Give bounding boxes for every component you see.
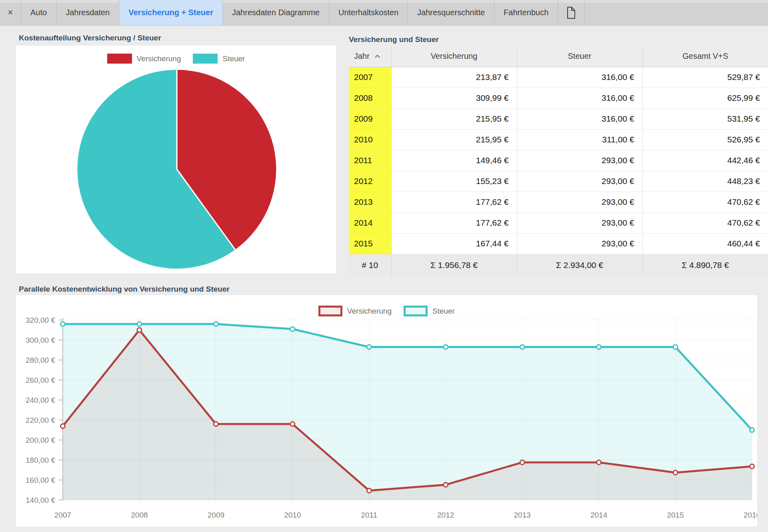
value-cell-steuer[interactable]: 293,00 € [517, 171, 642, 192]
x-axis-label: 2014 [590, 511, 608, 519]
year-cell[interactable]: 2007 [349, 67, 391, 88]
x-axis-label: 2008 [131, 511, 148, 519]
data-table-container: Jahr Versicherung Steuer Gesamt V+S 2007… [349, 46, 768, 276]
tab-strip: AutoJahresdatenVersicherung + SteuerJahr… [21, 0, 558, 25]
value-cell-gesamt[interactable]: 470,62 € [642, 192, 768, 212]
value-cell-versicherung[interactable]: 167,44 € [391, 233, 517, 254]
value-cell-gesamt[interactable]: 442,46 € [642, 150, 768, 171]
value-cell-steuer[interactable]: 316,00 € [517, 88, 642, 108]
tab-auto[interactable]: Auto [21, 0, 56, 25]
data-point-steuer [673, 345, 678, 349]
x-axis-label: 2015 [667, 511, 684, 519]
year-cell[interactable]: 2013 [349, 192, 391, 212]
data-point-versicherung [597, 460, 601, 464]
versicherung-swatch [107, 54, 132, 64]
year-cell[interactable]: 2009 [349, 108, 391, 129]
y-axis-label: 200,00 € [26, 436, 55, 444]
value-cell-gesamt[interactable]: 470,62 € [642, 212, 768, 233]
data-point-versicherung [137, 328, 142, 332]
tab-jahresdaten[interactable]: Jahresdaten [56, 0, 119, 25]
line-legend: Versicherung Steuer [16, 306, 757, 316]
tab-jahresdaten-diagramme[interactable]: Jahresdaten Diagramme [223, 0, 329, 25]
tab-unterhaltskosten[interactable]: Unterhaltskosten [329, 0, 408, 25]
column-header-jahr[interactable]: Jahr [349, 46, 391, 67]
column-header-steuer[interactable]: Steuer [517, 46, 642, 67]
new-sheet-tab-button[interactable] [558, 0, 585, 25]
year-cell[interactable]: 2015 [349, 233, 391, 254]
table-row-2008: 2008309,99 €316,00 €625,99 € [349, 88, 768, 108]
sum-steuer: Σ 2.934,00 € [517, 254, 642, 276]
column-header-versicherung[interactable]: Versicherung [391, 46, 517, 67]
value-cell-versicherung[interactable]: 215,95 € [391, 129, 517, 150]
y-axis-label: 320,00 € [26, 316, 55, 324]
table-row-2014: 2014177,62 €293,00 €470,62 € [349, 212, 768, 233]
pie-legend-item-steuer: Steuer [193, 54, 245, 64]
year-cell[interactable]: 2011 [349, 150, 391, 171]
y-axis-label: 240,00 € [26, 396, 55, 404]
x-axis-label: 2007 [54, 511, 71, 519]
value-cell-gesamt[interactable]: 448,23 € [642, 171, 768, 192]
data-point-steuer [290, 327, 295, 331]
y-axis-label: 220,00 € [26, 416, 55, 424]
value-cell-steuer[interactable]: 316,00 € [517, 108, 642, 129]
value-cell-gesamt[interactable]: 529,87 € [642, 67, 768, 88]
value-cell-gesamt[interactable]: 526,95 € [642, 129, 768, 150]
x-axis-label: 2010 [284, 511, 301, 519]
x-axis-label: 2016 [744, 511, 757, 519]
x-axis-label: 2011 [361, 511, 377, 519]
value-cell-gesamt[interactable]: 625,99 € [642, 88, 768, 108]
pie-chart [16, 46, 336, 273]
data-point-versicherung [444, 482, 448, 487]
value-cell-versicherung[interactable]: 213,87 € [391, 67, 517, 88]
table-row-2012: 2012155,23 €293,00 €448,23 € [349, 171, 768, 192]
value-cell-steuer[interactable]: 293,00 € [517, 192, 642, 212]
data-point-steuer [444, 345, 448, 349]
close-icon: × [8, 7, 13, 18]
value-cell-versicherung[interactable]: 177,62 € [391, 192, 517, 212]
data-point-steuer [137, 322, 142, 326]
value-cell-steuer[interactable]: 293,00 € [517, 150, 642, 171]
value-cell-versicherung[interactable]: 177,62 € [391, 212, 517, 233]
table-footer-row: # 10 Σ 1.956,78 € Σ 2.934,00 € Σ 4.890,7… [349, 254, 768, 276]
value-cell-steuer[interactable]: 311,00 € [517, 129, 642, 150]
tab-jahresquerschnitte[interactable]: Jahresquerschnitte [408, 0, 494, 25]
value-cell-versicherung[interactable]: 155,23 € [391, 171, 517, 192]
value-cell-steuer[interactable]: 316,00 € [517, 67, 642, 88]
value-cell-versicherung[interactable]: 149,46 € [391, 150, 517, 171]
data-point-versicherung [750, 464, 754, 468]
row-count: # 10 [349, 254, 391, 276]
sum-versicherung: Σ 1.956,78 € [391, 254, 517, 276]
data-point-versicherung [673, 470, 678, 475]
tab-bar: × AutoJahresdatenVersicherung + SteuerJa… [0, 0, 768, 26]
data-point-steuer [520, 345, 524, 349]
value-cell-steuer[interactable]: 293,00 € [517, 212, 642, 233]
data-point-steuer [750, 428, 754, 432]
line-legend-item-versicherung: Versicherung [318, 306, 392, 316]
value-cell-gesamt[interactable]: 531,95 € [642, 108, 768, 129]
tab-versicherung-steuer[interactable]: Versicherung + Steuer [119, 0, 223, 25]
year-cell[interactable]: 2008 [349, 88, 391, 108]
table-row-2007: 2007213,87 €316,00 €529,87 € [349, 67, 768, 88]
table-row-2015: 2015167,44 €293,00 €460,44 € [349, 233, 768, 254]
value-cell-gesamt[interactable]: 460,44 € [642, 233, 768, 254]
tab-fahrtenbuch[interactable]: Fahrtenbuch [494, 0, 558, 25]
value-cell-versicherung[interactable]: 309,99 € [391, 88, 517, 108]
year-cell[interactable]: 2012 [349, 171, 391, 192]
legend-label: Versicherung [137, 54, 181, 63]
line-chart: 2007200820092010201120122013201420152016… [16, 295, 757, 526]
value-cell-steuer[interactable]: 293,00 € [517, 233, 642, 254]
data-point-steuer [61, 322, 65, 326]
close-tab-button[interactable]: × [0, 0, 21, 25]
new-sheet-icon [566, 7, 576, 19]
value-cell-versicherung[interactable]: 215,95 € [391, 108, 517, 129]
year-cell[interactable]: 2010 [349, 129, 391, 150]
line-section-title: Parallele Kostenentwicklung von Versiche… [19, 285, 230, 294]
y-axis-label: 160,00 € [26, 476, 55, 484]
data-point-versicherung [61, 424, 65, 428]
x-axis-label: 2013 [514, 511, 531, 519]
column-header-gesamt[interactable]: Gesamt V+S [642, 46, 768, 67]
x-axis-label: 2012 [437, 511, 454, 519]
sort-ascending-icon [374, 54, 380, 58]
pie-legend: Versicherung Steuer [16, 54, 336, 64]
year-cell[interactable]: 2014 [349, 212, 391, 233]
